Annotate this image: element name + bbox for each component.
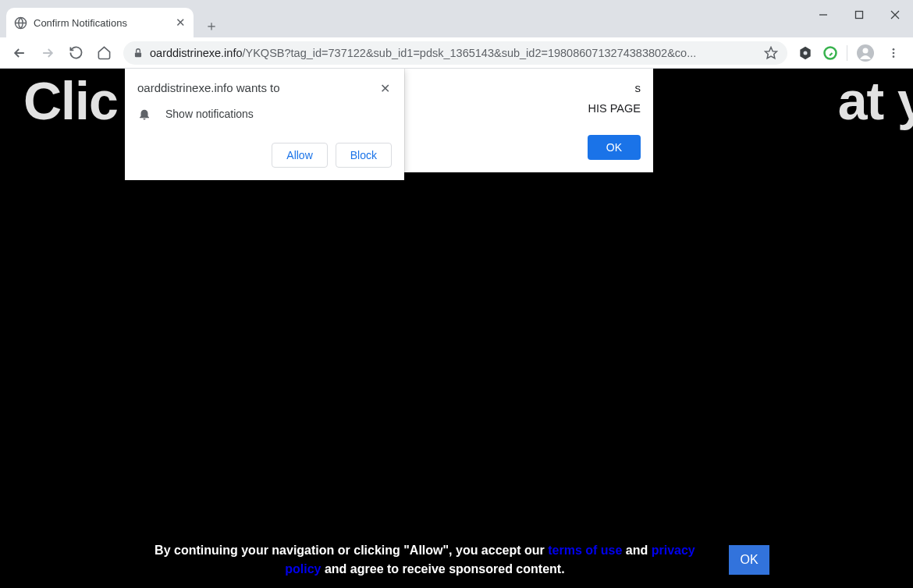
svg-point-13 <box>893 51 895 54</box>
page-alert-ok-button[interactable]: OK <box>588 135 641 160</box>
url-text: oarddistrinexe.info/YKQSB?tag_id=737122&… <box>150 47 755 59</box>
menu-button[interactable] <box>880 40 907 66</box>
notification-permission-prompt: oarddistrinexe.info wants to ✕ Show noti… <box>125 69 404 180</box>
url-domain: oarddistrinexe.info <box>150 47 243 59</box>
permission-title: oarddistrinexe.info wants to <box>137 81 280 94</box>
headline-right: at you are <box>838 71 913 130</box>
svg-point-9 <box>825 47 837 58</box>
window-titlebar: Confirm Notifications ✕ ＋ <box>0 0 913 37</box>
close-tab-icon[interactable]: ✕ <box>176 16 186 30</box>
bell-icon <box>137 107 151 121</box>
svg-point-14 <box>893 55 895 58</box>
window-controls <box>805 0 913 30</box>
terms-link[interactable]: terms of use <box>548 544 622 557</box>
lock-icon <box>133 48 144 58</box>
home-button[interactable] <box>91 40 117 66</box>
allow-button[interactable]: Allow <box>272 143 327 168</box>
back-button[interactable] <box>6 40 33 66</box>
svg-point-8 <box>804 51 808 55</box>
forward-button[interactable] <box>34 40 61 66</box>
extension-icon-2[interactable] <box>820 43 840 63</box>
reload-button[interactable] <box>62 40 89 66</box>
headline-left: Clic <box>23 71 118 130</box>
consent-and: and <box>622 544 651 557</box>
consent-before: By continuing your navigation or clickin… <box>155 544 548 557</box>
page-alert-body: HIS PAGE <box>417 102 641 115</box>
browser-tab[interactable]: Confirm Notifications ✕ <box>6 8 194 37</box>
tab-title: Confirm Notifications <box>34 17 127 29</box>
consent-ok-button[interactable]: OK <box>729 545 769 575</box>
address-bar[interactable]: oarddistrinexe.info/YKQSB?tag_id=737122&… <box>123 41 787 65</box>
svg-point-12 <box>893 48 895 51</box>
profile-button[interactable] <box>852 40 879 66</box>
new-tab-button[interactable]: ＋ <box>200 14 223 37</box>
maximize-button[interactable] <box>841 0 877 30</box>
minimize-button[interactable] <box>805 0 841 30</box>
svg-point-11 <box>863 48 869 53</box>
block-button[interactable]: Block <box>336 143 392 168</box>
page-alert-dialog: s HIS PAGE OK <box>404 69 653 172</box>
svg-marker-6 <box>766 47 777 58</box>
permission-message: Show notifications <box>165 108 254 120</box>
tabs-area: Confirm Notifications ✕ ＋ <box>0 0 223 37</box>
bookmark-star-icon[interactable] <box>764 46 778 60</box>
consent-footer: By continuing your navigation or clickin… <box>0 541 913 579</box>
close-icon[interactable]: ✕ <box>378 81 392 96</box>
toolbar-divider <box>847 45 847 61</box>
consent-after: and agree to receive sponsored content. <box>322 562 565 576</box>
consent-text: By continuing your navigation or clickin… <box>144 541 705 579</box>
url-path: /YKQSB?tag_id=737122&sub_id1=pdsk_136514… <box>243 47 697 59</box>
page-content: Clic XXXXXXXXXXXXXXXXXXXX at you are oar… <box>0 69 913 588</box>
page-alert-title: s <box>417 81 641 94</box>
extension-icon-1[interactable] <box>795 43 815 63</box>
browser-toolbar: oarddistrinexe.info/YKQSB?tag_id=737122&… <box>0 37 913 69</box>
svg-rect-5 <box>135 52 141 57</box>
globe-icon <box>14 16 27 30</box>
close-window-button[interactable] <box>877 0 913 30</box>
svg-rect-2 <box>856 12 863 19</box>
